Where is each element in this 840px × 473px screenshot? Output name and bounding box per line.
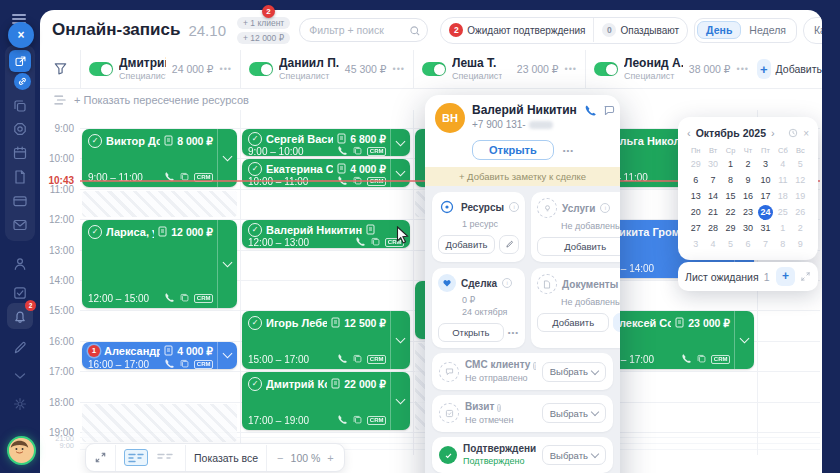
chevron-down-icon[interactable] [12, 368, 28, 384]
bell-icon[interactable] [12, 308, 28, 324]
calendar-day[interactable]: 13 [688, 189, 703, 204]
appointment-expand-icon[interactable] [390, 372, 410, 430]
calendar-day[interactable]: 2 [740, 157, 755, 172]
user-avatar[interactable] [7, 436, 36, 465]
calendar-day[interactable]: 4 [775, 157, 790, 172]
calendar-day[interactable]: 2 [793, 221, 808, 236]
waitlist-add-button[interactable]: + [776, 267, 795, 286]
deal-open-button[interactable]: Открыть [438, 323, 504, 342]
calendar-day[interactable]: 19 [793, 189, 808, 204]
person-icon[interactable] [12, 256, 28, 272]
close-panel-button[interactable]: × [8, 22, 34, 48]
appointment-card[interactable]: ✓Екатерина Смирнова4 000 ₽10:00 – 11:00C… [242, 159, 410, 186]
card-icon[interactable] [12, 193, 28, 209]
calendar-day[interactable]: 31 [758, 221, 773, 236]
calendar-day[interactable]: 22 [723, 205, 738, 220]
appointment-card[interactable]: ✓Дмитрий Ковалев22 000 ₽17:00 – 19:00CRM [242, 372, 410, 430]
calendar-day[interactable]: 14 [706, 189, 721, 204]
calendar-day[interactable]: 21 [706, 205, 721, 220]
add-note-link[interactable]: + Добавить заметку к сделке [425, 167, 620, 186]
appointment-expand-icon[interactable] [390, 311, 410, 369]
calendar-day[interactable]: 28 [706, 221, 721, 236]
calendar-day[interactable]: 9 [740, 173, 755, 188]
calendar-day[interactable]: 17 [758, 189, 773, 204]
zoom-in-button[interactable]: + [325, 452, 335, 464]
appointment-card[interactable]: ✓Сергей Васильев6 800 ₽9:00 – 10:00CRM [242, 129, 410, 156]
deal-more-button[interactable]: ••• [508, 328, 519, 337]
calendar-day[interactable]: 15 [723, 189, 738, 204]
calendar-day[interactable]: 12 [793, 173, 808, 188]
gear-icon[interactable] [12, 396, 28, 412]
calendar-day[interactable]: 29 [688, 157, 703, 172]
calendar-day[interactable]: 3 [758, 157, 773, 172]
appointment-expand-icon[interactable] [734, 311, 754, 369]
confirmation-choose-button[interactable]: Выбрать [542, 445, 606, 465]
calendar-day[interactable]: 11 [775, 173, 790, 188]
calendar-day[interactable]: 1 [775, 221, 790, 236]
tasks-icon[interactable] [12, 285, 28, 301]
resources-add-button[interactable]: Добавить [438, 235, 495, 254]
calendar-day[interactable]: 4 [706, 237, 721, 252]
calendar-day[interactable]: 3 [688, 237, 703, 252]
calendar-day[interactable]: 6 [688, 173, 703, 188]
calendar-prev-button[interactable]: ‹ [687, 127, 691, 139]
view-compact-button[interactable] [153, 449, 177, 466]
resources-edit-button[interactable] [499, 235, 519, 254]
waitlist-expand-icon[interactable] [800, 268, 811, 286]
calendar-day[interactable]: 24 [758, 205, 773, 220]
calendar-day[interactable]: 29 [723, 221, 738, 236]
calendar-day[interactable]: 6 [740, 237, 755, 252]
calendar-day[interactable]: 9 [793, 237, 808, 252]
appointment-card[interactable]: ✓Валерий Никитин12:00 – 13:00CRM [242, 220, 410, 247]
calendar-day[interactable]: 8 [723, 173, 738, 188]
calendar-day[interactable]: 30 [706, 157, 721, 172]
pencil-icon[interactable] [12, 340, 28, 356]
appointment-card[interactable]: 1Александр4 000 ₽16:00 – 17:00CRM [82, 342, 237, 369]
appointment-card[interactable]: ✓Виктор Добров8 000 ₽9:00 – 11:00CRM [82, 129, 237, 187]
calendar-day[interactable]: 23 [740, 205, 755, 220]
calendar-day[interactable]: 7 [706, 173, 721, 188]
document-icon[interactable] [12, 169, 28, 185]
services-add-button[interactable]: Добавить [537, 237, 620, 256]
appointment-expand-icon[interactable] [217, 220, 237, 308]
chat-icon[interactable] [603, 103, 616, 121]
appointment-expand-icon[interactable] [390, 159, 410, 186]
clock-icon[interactable] [788, 124, 798, 142]
expand-button[interactable] [86, 451, 115, 464]
appointment-expand-icon[interactable] [390, 129, 410, 156]
calendar-day[interactable]: 7 [758, 237, 773, 252]
appointment-expand-icon[interactable] [217, 342, 237, 369]
calendar-icon[interactable] [12, 145, 28, 161]
calendar-day[interactable]: 18 [775, 189, 790, 204]
share-icon[interactable] [9, 50, 31, 72]
nut-icon[interactable] [12, 121, 28, 137]
call-icon[interactable] [584, 103, 597, 121]
copy-icon[interactable] [12, 98, 28, 114]
view-detailed-button[interactable] [124, 449, 148, 466]
documents-plus-button[interactable]: + [613, 313, 620, 332]
calendar-day[interactable]: 27 [688, 221, 703, 236]
visit-choose-button[interactable]: Выбрать [542, 403, 606, 423]
documents-add-button[interactable]: Добавить [537, 313, 609, 332]
show-all-toggle[interactable]: Показать все [186, 452, 266, 464]
calendar-day[interactable]: 10 [758, 173, 773, 188]
calendar-day[interactable]: 20 [688, 205, 703, 220]
calendar-day[interactable]: 25 [775, 205, 790, 220]
open-client-button[interactable]: Открыть [472, 140, 554, 160]
calendar-close-icon[interactable]: × [803, 128, 809, 139]
calendar-day[interactable]: 16 [740, 189, 755, 204]
appointment-expand-icon[interactable] [217, 129, 237, 187]
zoom-out-button[interactable]: − [275, 452, 285, 464]
calendar-day[interactable]: 26 [793, 205, 808, 220]
calendar-day[interactable]: 8 [775, 237, 790, 252]
more-button[interactable]: ••• [563, 146, 574, 155]
calendar-day[interactable]: 5 [723, 237, 738, 252]
calendar-day[interactable]: 30 [740, 221, 755, 236]
appointment-card[interactable]: ✓Лариса, ул. Лефорт…12 000 ₽12:00 – 15:0… [82, 220, 237, 308]
calendar-day[interactable]: 5 [793, 157, 808, 172]
link-icon[interactable] [14, 73, 31, 90]
appointment-card[interactable]: ✓Игорь Лебедев12 500 ₽15:00 – 17:00CRM [242, 311, 410, 369]
calendar-next-button[interactable]: › [771, 127, 775, 139]
sms-choose-button[interactable]: Выбрать [542, 362, 606, 382]
show-intersection-link[interactable]: + Показать пересечение ресурсов [53, 94, 249, 106]
